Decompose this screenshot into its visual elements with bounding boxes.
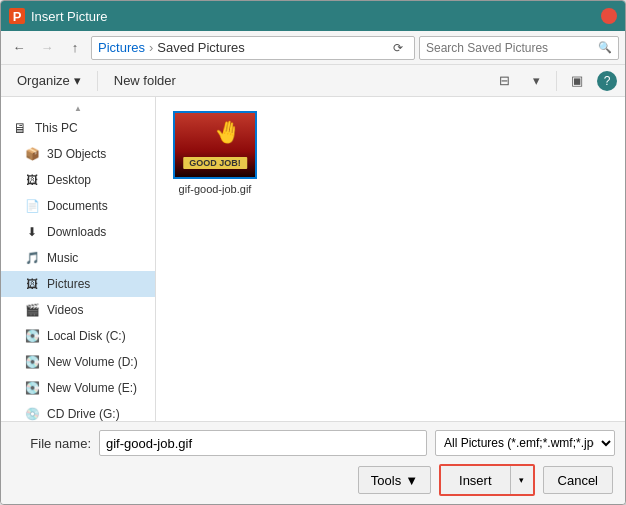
file-area: 🤚 GOOD JOB! gif-good-job.gif [156, 97, 625, 421]
cd-drive-g-icon: 💿 [23, 405, 41, 421]
dialog-title: Insert Picture [31, 9, 601, 24]
new-volume-d-icon: 💽 [23, 353, 41, 371]
titlebar: P Insert Picture ✕ [1, 1, 625, 31]
new-volume-e-icon: 💽 [23, 379, 41, 397]
gif-hand-icon: 🤚 [212, 117, 243, 147]
tools-button[interactable]: Tools ▼ [358, 466, 431, 494]
scroll-up-indicator[interactable]: ▲ [1, 101, 155, 115]
music-icon: 🎵 [23, 249, 41, 267]
sidebar: ▲ 🖥 This PC 📦 3D Objects 🖼 Desktop 📄 Doc… [1, 97, 156, 421]
view-dropdown-button[interactable]: ▾ [524, 69, 548, 93]
bottom-bar: File name: All Pictures (*.emf;*.wmf;*.j… [1, 421, 625, 504]
search-icon: 🔍 [598, 41, 612, 54]
sidebar-label-cd-drive-g: CD Drive (G:) [47, 407, 120, 421]
file-item-name: gif-good-job.gif [179, 183, 252, 195]
organize-label: Organize [17, 73, 70, 88]
sidebar-label-this-pc: This PC [35, 121, 78, 135]
filename-row: File name: All Pictures (*.emf;*.wmf;*.j… [11, 430, 615, 456]
preview-pane-button[interactable]: ▣ [565, 69, 589, 93]
breadcrumb-separator: › [149, 40, 153, 55]
breadcrumb-path: Pictures › Saved Pictures [98, 40, 384, 55]
help-button[interactable]: ? [597, 71, 617, 91]
sidebar-item-new-volume-d[interactable]: 💽 New Volume (D:) [1, 349, 155, 375]
sidebar-label-downloads: Downloads [47, 225, 106, 239]
app-icon: P [9, 8, 25, 24]
cancel-button[interactable]: Cancel [543, 466, 613, 494]
sidebar-label-local-disk-c: Local Disk (C:) [47, 329, 126, 343]
sidebar-item-pictures[interactable]: 🖼 Pictures [1, 271, 155, 297]
actions-row: Tools ▼ Insert ▾ Cancel [11, 464, 615, 496]
toolbar-divider [97, 71, 98, 91]
sidebar-item-music[interactable]: 🎵 Music [1, 245, 155, 271]
up-button[interactable]: ↑ [63, 36, 87, 60]
downloads-icon: ⬇ [23, 223, 41, 241]
back-button[interactable]: ← [7, 36, 31, 60]
desktop-icon: 🖼 [23, 171, 41, 189]
sidebar-label-3d-objects: 3D Objects [47, 147, 106, 161]
file-item-gif-good-job[interactable]: 🤚 GOOD JOB! gif-good-job.gif [170, 111, 260, 195]
sidebar-item-desktop[interactable]: 🖼 Desktop [1, 167, 155, 193]
sidebar-label-music: Music [47, 251, 78, 265]
insert-picture-dialog: P Insert Picture ✕ ← → ↑ Pictures › Save… [0, 0, 626, 505]
3d-objects-icon: 📦 [23, 145, 41, 163]
insert-button[interactable]: Insert [441, 466, 511, 494]
sidebar-label-videos: Videos [47, 303, 83, 317]
gif-preview: 🤚 GOOD JOB! [175, 113, 255, 177]
sidebar-label-pictures: Pictures [47, 277, 90, 291]
this-pc-icon: 🖥 [11, 119, 29, 137]
view-toggle-button[interactable]: ⊟ [492, 69, 516, 93]
search-box[interactable]: 🔍 [419, 36, 619, 60]
filetype-select[interactable]: All Pictures (*.emf;*.wmf;*.jpg;* All Fi… [435, 430, 615, 456]
videos-icon: 🎬 [23, 301, 41, 319]
sidebar-item-this-pc[interactable]: 🖥 This PC [1, 115, 155, 141]
close-button[interactable]: ✕ [601, 8, 617, 24]
organize-dropdown-icon: ▾ [74, 73, 81, 88]
sidebar-label-new-volume-d: New Volume (D:) [47, 355, 138, 369]
gif-overlay-text: GOOD JOB! [183, 157, 247, 169]
insert-group: Insert ▾ [439, 464, 535, 496]
sidebar-item-downloads[interactable]: ⬇ Downloads [1, 219, 155, 245]
toolbar-divider-2 [556, 71, 557, 91]
sidebar-item-new-volume-e[interactable]: 💽 New Volume (E:) [1, 375, 155, 401]
tools-label: Tools [371, 473, 401, 488]
sidebar-label-new-volume-e: New Volume (E:) [47, 381, 137, 395]
toolbar: Organize ▾ New folder ⊟ ▾ ▣ ? [1, 65, 625, 97]
local-disk-c-icon: 💽 [23, 327, 41, 345]
sidebar-label-desktop: Desktop [47, 173, 91, 187]
insert-dropdown-button[interactable]: ▾ [511, 466, 533, 494]
file-thumbnail: 🤚 GOOD JOB! [173, 111, 257, 179]
sidebar-label-documents: Documents [47, 199, 108, 213]
main-content: ▲ 🖥 This PC 📦 3D Objects 🖼 Desktop 📄 Doc… [1, 97, 625, 421]
sidebar-item-local-disk-c[interactable]: 💽 Local Disk (C:) [1, 323, 155, 349]
new-folder-button[interactable]: New folder [106, 69, 184, 93]
sidebar-item-cd-drive-g[interactable]: 💿 CD Drive (G:) [1, 401, 155, 421]
window-controls: ✕ [601, 8, 617, 24]
breadcrumb-pictures[interactable]: Pictures [98, 40, 145, 55]
forward-button[interactable]: → [35, 36, 59, 60]
pictures-icon: 🖼 [23, 275, 41, 293]
navbar: ← → ↑ Pictures › Saved Pictures ⟳ 🔍 [1, 31, 625, 65]
organize-button[interactable]: Organize ▾ [9, 69, 89, 93]
new-folder-label: New folder [114, 73, 176, 88]
documents-icon: 📄 [23, 197, 41, 215]
sidebar-item-videos[interactable]: 🎬 Videos [1, 297, 155, 323]
thumbnail-inner: 🤚 GOOD JOB! [175, 113, 255, 177]
filename-label: File name: [11, 436, 91, 451]
address-bar[interactable]: Pictures › Saved Pictures ⟳ [91, 36, 415, 60]
sidebar-item-3d-objects[interactable]: 📦 3D Objects [1, 141, 155, 167]
tools-dropdown-icon: ▼ [405, 473, 418, 488]
refresh-button[interactable]: ⟳ [388, 38, 408, 58]
sidebar-item-documents[interactable]: 📄 Documents [1, 193, 155, 219]
search-input[interactable] [426, 41, 598, 55]
filename-input[interactable] [99, 430, 427, 456]
breadcrumb-current: Saved Pictures [157, 40, 244, 55]
